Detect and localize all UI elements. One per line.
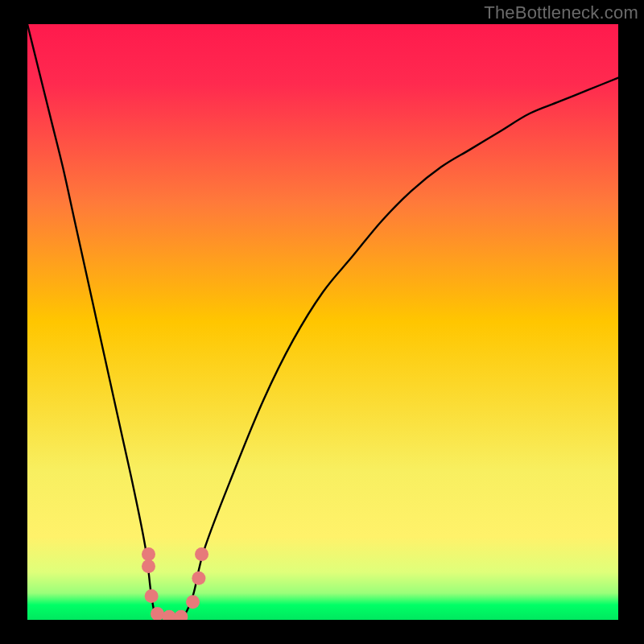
curve-marker <box>195 547 208 561</box>
curve-marker <box>145 589 159 603</box>
plot-area <box>27 24 618 620</box>
curve-marker <box>192 572 205 585</box>
curve-marker <box>186 595 200 609</box>
curve-marker <box>142 547 155 561</box>
curve-marker <box>142 559 155 573</box>
chart-svg <box>27 24 618 620</box>
chart-frame: TheBottleneck.com <box>0 0 644 644</box>
watermark-text: TheBottleneck.com <box>484 2 638 23</box>
